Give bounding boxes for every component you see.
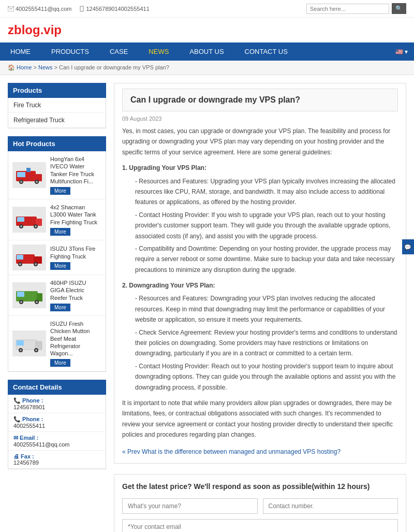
contact-email: ✉ Email : 4002555411@qq.com [8, 432, 106, 451]
hot-product-info-4: ISUZU Fresh Chicken Mutton Beef Meat Ref… [50, 320, 101, 367]
form-name-input[interactable] [122, 498, 258, 514]
hot-product-4: ISUZU Fresh Chicken Mutton Beef Meat Ref… [8, 316, 106, 371]
svg-rect-22 [17, 255, 23, 260]
topbar-email: 4002555411@qq.com [8, 6, 71, 12]
hot-product-info-3: 460HP ISUZU GIGA Electric Reefer Truck M… [50, 279, 101, 311]
sidebar-contact-title: Contact Details [8, 380, 106, 395]
nav-about[interactable]: ABOUT US [179, 42, 234, 61]
svg-point-14 [35, 225, 37, 227]
sidebar-item-fire-truck[interactable]: Fire Truck [8, 98, 106, 113]
svg-point-28 [36, 301, 38, 303]
hot-product-info-0: HongYan 6x4 IVECO Water Tanker Fire Truc… [50, 155, 101, 195]
svg-point-33 [20, 349, 22, 351]
search-input[interactable] [306, 4, 389, 14]
upgrade-point-0: - Resources and Features: Upgrading your… [122, 176, 398, 208]
svg-point-4 [20, 181, 22, 183]
hot-product-2: ISUZU 3Tons Fire Fighting Truck More [8, 240, 106, 275]
hot-product-img-2 [12, 245, 46, 270]
prev-link[interactable]: « Prev What is the difference between ma… [122, 448, 341, 455]
hot-product-0: HongYan 6x4 IVECO Water Tanker Fire Truc… [8, 151, 106, 199]
article-title: Can I upgrade or downgrade my VPS plan? [122, 89, 398, 111]
hot-product-img-1 [12, 207, 46, 233]
hot-product-name-1: 4x2 Shacman L3000 Water Tank Fire Fighti… [50, 204, 101, 226]
hot-product-name-3: 460HP ISUZU GIGA Electric Reefer Truck [50, 279, 101, 301]
hot-product-info-1: 4x2 Shacman L3000 Water Tank Fire Fighti… [50, 204, 101, 236]
contact-form: Get the latest price? We'll respond as s… [114, 474, 406, 532]
nav-home[interactable]: HOME [0, 42, 41, 61]
form-title: Get the latest price? We'll respond as s… [122, 482, 398, 491]
hot-product-name-0: HongYan 6x4 IVECO Water Tanker Fire Truc… [50, 155, 101, 185]
sidebar-products-list: Fire Truck Refrigerated Truck [8, 98, 106, 128]
hot-products-list: HongYan 6x4 IVECO Water Tanker Fire Truc… [8, 151, 106, 372]
breadcrumb-current: Can I upgrade or downgrade my VPS plan? [59, 64, 169, 70]
svg-point-21 [35, 263, 37, 265]
svg-rect-15 [17, 217, 24, 222]
sidebar-hot-products: Hot Products HongYan 6 [8, 136, 106, 372]
contact-phone1: 📞 Phone : 12456789​01 [8, 395, 106, 413]
hot-product-img-4 [12, 330, 46, 356]
article-note: It is important to note that while many … [122, 398, 398, 440]
topbar-phone: 12456789014002555411 [79, 6, 149, 12]
breadcrumb: 🏠 Home > News > Can I upgrade or downgra… [0, 61, 414, 75]
svg-rect-36 [17, 340, 24, 346]
form-contact-input[interactable] [263, 498, 398, 514]
nav: HOME PRODUCTS CASE NEWS ABOUT US CONTACT… [0, 42, 414, 61]
logo[interactable]: zblog.vip [8, 23, 62, 37]
top-bar-contacts: 4002555411@qq.com 12456789014002555411 [8, 6, 150, 12]
breadcrumb-home[interactable]: Home [17, 64, 32, 70]
nav-products[interactable]: PRODUCTS [41, 42, 99, 61]
hot-product-3: 460HP ISUZU GIGA Electric Reefer Truck M… [8, 275, 106, 316]
section-upgrade-title: 1. Upgrading Your VPS Plan: [122, 163, 398, 173]
form-email-input[interactable] [122, 519, 398, 532]
svg-rect-7 [17, 172, 25, 177]
hot-product-1: 4x2 Shacman L3000 Water Tank Fire Fighti… [8, 199, 106, 240]
breadcrumb-news[interactable]: News [38, 64, 53, 70]
main-container: Products Fire Truck Refrigerated Truck H… [0, 75, 414, 532]
hot-product-img-0 [12, 162, 46, 188]
content: Can I upgrade or downgrade my VPS plan? … [114, 83, 406, 532]
hot-product-more-3[interactable]: More [50, 304, 70, 311]
header: zblog.vip [0, 18, 414, 42]
hot-product-img-3 [12, 282, 46, 308]
downgrade-point-1: - Check Service Agreement: Review your h… [122, 327, 398, 359]
sidebar-products-title: Products [8, 83, 106, 98]
sidebar-contact: Contact Details 📞 Phone : 12456789​01 📞 … [8, 380, 106, 469]
prev-next: « Prev What is the difference between ma… [122, 448, 398, 455]
language-selector[interactable]: 🇺🇸 ▾ [389, 44, 414, 60]
article-date: 09 August 2023 [122, 111, 398, 126]
svg-rect-8 [26, 168, 31, 172]
contact-phone2: 📞 Phone : 4002555411 [8, 413, 106, 432]
sidebar-hot-title: Hot Products [8, 136, 106, 151]
sidebar-products: Products Fire Truck Refrigerated Truck [8, 83, 106, 128]
nav-news[interactable]: NEWS [138, 42, 179, 61]
sidebar: Products Fire Truck Refrigerated Truck H… [8, 83, 106, 532]
downgrade-point-2: - Contact Hosting Provider: Reach out to… [122, 361, 398, 393]
contact-details-list: 📞 Phone : 12456789​01 📞 Phone : 40025554… [8, 395, 106, 469]
hot-product-more-2[interactable]: More [50, 262, 70, 270]
hot-product-info-2: ISUZU 3Tons Fire Fighting Truck More [50, 245, 101, 270]
nav-case[interactable]: CASE [99, 42, 138, 61]
search-button[interactable]: 🔍 [392, 3, 406, 14]
svg-point-12 [20, 225, 22, 227]
svg-rect-29 [17, 292, 24, 297]
contact-fax: 🖨 Fax : 12456789 [8, 451, 106, 469]
sidebar-item-refrigerated[interactable]: Refrigerated Truck [8, 113, 106, 128]
svg-point-19 [19, 263, 21, 265]
hot-product-more-0[interactable]: More [50, 187, 70, 195]
search-area: 🔍 [306, 3, 406, 14]
article: Can I upgrade or downgrade my VPS plan? … [114, 83, 406, 464]
form-row-1 [122, 498, 398, 514]
upgrade-point-2: - Compatibility and Downtime: Depending … [122, 243, 398, 275]
article-intro: Yes, in most cases, you can upgrade or d… [122, 126, 398, 157]
chat-button[interactable]: 💬 [402, 239, 414, 254]
downgrade-point-0: - Resources and Features: Downgrading yo… [122, 293, 398, 325]
hot-product-name-2: ISUZU 3Tons Fire Fighting Truck [50, 245, 101, 260]
form-row-2 [122, 519, 398, 532]
upgrade-point-1: - Contact Hosting Provider: If you wish … [122, 210, 398, 241]
article-body: Yes, in most cases, you can upgrade or d… [122, 126, 398, 440]
hot-product-name-4: ISUZU Fresh Chicken Mutton Beef Meat Ref… [50, 320, 101, 357]
nav-contact[interactable]: CONTACT US [234, 42, 298, 61]
hot-product-more-1[interactable]: More [50, 228, 70, 236]
section-downgrade-title: 2. Downgrading Your VPS Plan: [122, 280, 398, 291]
hot-product-more-4[interactable]: More [50, 359, 70, 367]
